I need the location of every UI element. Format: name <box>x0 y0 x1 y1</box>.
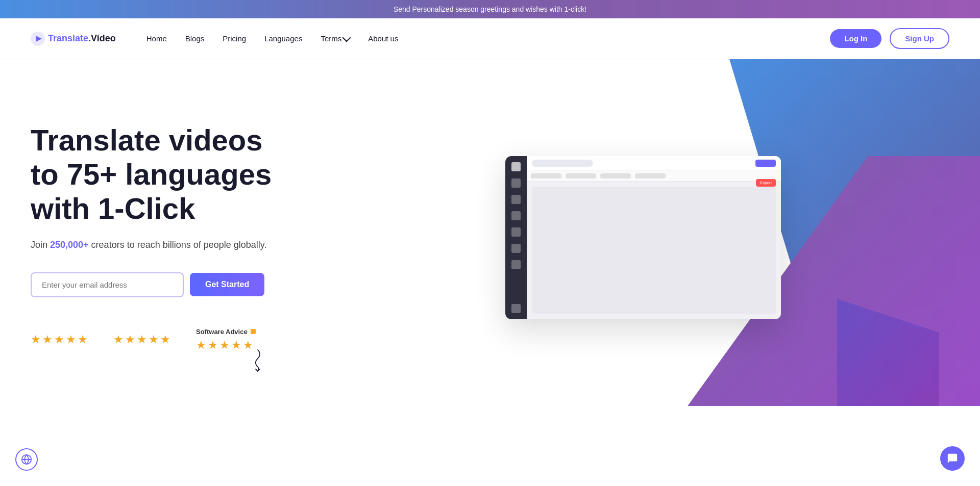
logo-text: Translate.Video <box>48 33 116 44</box>
toolbar-item-1 <box>531 173 561 178</box>
mockup-sidebar <box>505 156 527 319</box>
hero-image: Export <box>316 156 949 319</box>
mockup-topbar <box>527 156 781 170</box>
announcement-banner: Send Personalized season greetings and w… <box>0 0 980 18</box>
export-button-mock <box>755 160 776 167</box>
nav-item-home[interactable]: Home <box>146 34 167 43</box>
mockup-main <box>527 156 781 319</box>
email-input[interactable] <box>31 272 184 297</box>
sidebar-more-icon <box>511 304 521 313</box>
sidebar-subtitle-icon <box>511 211 521 220</box>
navbar: Translate.Video Home Blogs Pricing Langu… <box>0 18 980 59</box>
hero-content: Translate videos to 75+ languages with 1… <box>31 123 316 351</box>
get-started-button[interactable]: Get Started <box>190 273 264 296</box>
chevron-down-icon <box>342 33 351 42</box>
toolbar-item-2 <box>566 173 596 178</box>
nav-item-languages[interactable]: Languages <box>264 34 302 43</box>
rating-group-2: ★ ★ ★ ★ ★ <box>113 333 170 346</box>
language-pill <box>532 160 593 167</box>
mockup-content-area <box>532 187 776 314</box>
rating-group-1: ★ ★ ★ ★ ★ <box>31 333 88 346</box>
nav-links: Home Blogs Pricing Languages Terms About… <box>146 34 830 43</box>
sidebar-translate-icon <box>511 195 521 204</box>
scroll-indicator <box>245 348 271 375</box>
sidebar-team-icon <box>511 178 521 188</box>
toolbar-item-3 <box>600 173 631 178</box>
nav-item-blogs[interactable]: Blogs <box>185 34 205 43</box>
nav-item-about[interactable]: About us <box>368 34 398 43</box>
sidebar-audio-icon <box>511 244 521 253</box>
platform-label: Software Advice <box>196 328 248 336</box>
stars-1: ★ ★ ★ ★ ★ <box>31 333 88 346</box>
sidebar-elements-icon <box>511 227 521 237</box>
export-overlay-button: Export <box>756 179 776 187</box>
ratings-section: ★ ★ ★ ★ ★ ★ ★ ★ ★ ★ Software Advice <box>31 328 316 352</box>
stars-2: ★ ★ ★ ★ ★ <box>113 333 170 346</box>
signup-button[interactable]: Sign Up <box>890 28 949 49</box>
toolbar-item-4 <box>635 173 666 178</box>
hero-subtitle: Join 250,000+ creators to reach billions… <box>31 238 316 252</box>
nav-item-pricing[interactable]: Pricing <box>223 34 246 43</box>
software-advice-badge: Software Advice <box>196 328 256 336</box>
sidebar-settings-icon <box>511 260 521 269</box>
email-form: Get Started <box>31 272 316 297</box>
mockup-toolbar <box>527 170 781 182</box>
hero-section: Translate videos to 75+ languages with 1… <box>0 59 980 406</box>
hero-title: Translate videos to 75+ languages with 1… <box>31 123 316 225</box>
logo[interactable]: Translate.Video <box>31 32 116 46</box>
banner-text: Send Personalized season greetings and w… <box>394 5 586 13</box>
nav-item-terms[interactable]: Terms <box>321 34 350 43</box>
sidebar-dashboard-icon <box>511 162 521 171</box>
nav-actions: Log In Sign Up <box>830 28 949 49</box>
login-button[interactable]: Log In <box>830 29 881 48</box>
badge-dot <box>251 329 256 334</box>
app-mockup: Export <box>505 156 781 319</box>
